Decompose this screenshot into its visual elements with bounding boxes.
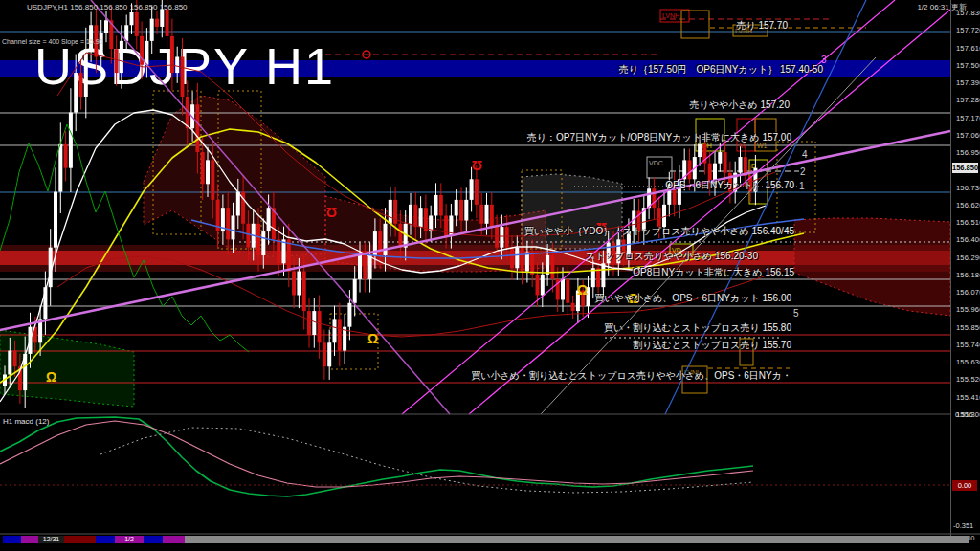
- candle-body: [434, 195, 438, 216]
- candle-body: [115, 49, 119, 73]
- candle-body: [479, 205, 483, 224]
- candle-body: [353, 279, 357, 303]
- candle-body: [521, 248, 524, 272]
- marker-box-label: W: [742, 342, 748, 348]
- bottom-u-marker: Ω: [596, 220, 607, 235]
- candle-body: [536, 275, 540, 296]
- bottom-u-marker: Ω: [326, 205, 337, 220]
- candle-body: [495, 227, 499, 248]
- candle-body: [135, 12, 139, 36]
- timeline-segment: [21, 536, 38, 543]
- candle-body: [475, 179, 479, 205]
- candle-body: [652, 188, 656, 208]
- chart-window: USDJPY H1LVNHLVNHVDHMW1VDCDVDWLVNLΩΩΩΩΩΩ…: [0, 0, 980, 551]
- price-axis-label: 157.280: [956, 96, 980, 104]
- candle-body: [622, 239, 626, 255]
- price-axis-label: 156.510: [956, 218, 980, 227]
- candle-body: [490, 205, 494, 227]
- candle-body: [566, 279, 569, 303]
- candle-body: [206, 160, 210, 184]
- candle-body: [688, 160, 692, 179]
- candle-body: [307, 311, 311, 335]
- candle-body: [500, 227, 503, 248]
- candle-body: [181, 56, 185, 96]
- price-axis-label: 155.410: [956, 393, 980, 402]
- price-axis-label: 156.950: [956, 148, 980, 157]
- candle-body: [201, 152, 205, 184]
- price-axis-label: 155.960: [956, 305, 980, 314]
- candle-body: [74, 73, 78, 113]
- price-axis-label: 157.610: [956, 44, 980, 53]
- price-axis-label: 157.170: [956, 114, 980, 122]
- channel-info-label: Channel size = 400 Slope = 15.96: [2, 38, 102, 45]
- candle-body: [505, 227, 509, 248]
- candle-body: [439, 195, 443, 216]
- omega-marker: Ω: [628, 291, 638, 306]
- candle-body: [100, 33, 103, 57]
- candle-body: [571, 303, 575, 311]
- candle-body: [389, 200, 392, 224]
- price-axis-label: 155.740: [956, 341, 980, 349]
- timeline-segment-12-31: 12/31: [38, 536, 64, 543]
- macd-axis-top: 0.516: [955, 410, 973, 419]
- timeline-segment: [64, 536, 96, 543]
- price-axis-label: 156.180: [956, 271, 980, 279]
- candle-body: [160, 10, 164, 27]
- candle-body: [226, 208, 230, 239]
- candle-body: [510, 248, 514, 269]
- symbol-ohlc-label: USDJPY,H1 156.850 156.850 156.850 156.85…: [27, 3, 188, 11]
- line-number-label: 1: [799, 181, 805, 191]
- ichimoku-cloud: [794, 218, 950, 316]
- macd-zero-badge: 0.00: [952, 480, 977, 491]
- candle-body: [739, 157, 743, 173]
- candle-body: [612, 243, 615, 264]
- omega-marker: Ω: [46, 369, 56, 385]
- candle-body: [120, 41, 123, 73]
- candle-body: [175, 56, 179, 73]
- line-number-label: 3: [821, 55, 827, 65]
- timeline-segment: [3, 536, 21, 543]
- candle-body: [409, 205, 412, 224]
- marker-box-label: W1: [757, 143, 768, 149]
- marker-box-label: VDC: [649, 160, 663, 166]
- omega-marker: Ω: [368, 331, 378, 346]
- candle-body: [541, 275, 545, 296]
- candle-body: [89, 25, 93, 49]
- price-axis-label: 155.850: [956, 323, 980, 332]
- bottom-u-marker: Ω: [472, 158, 482, 173]
- candle-body: [596, 268, 600, 287]
- macd-trend-line: [100, 428, 753, 493]
- price-axis-label: 157.720: [956, 26, 980, 34]
- candle-body: [170, 36, 174, 73]
- candle-body: [368, 255, 372, 279]
- candle-body: [333, 319, 337, 342]
- candle-body: [525, 253, 529, 272]
- candle-body: [419, 208, 423, 227]
- macd-axis-bottom: -0.351: [953, 521, 973, 530]
- price-axis[interactable]: 157.830157.720157.610157.500157.390157.2…: [951, 0, 980, 551]
- current-price-badge: 156.850: [952, 163, 978, 173]
- candle-body: [246, 224, 250, 248]
- candle-body: [79, 73, 83, 97]
- price-axis-label: 156.290: [956, 253, 980, 262]
- candle-body: [69, 113, 73, 168]
- timeline-segment: [144, 536, 163, 543]
- candle-body: [297, 272, 301, 296]
- candle-body: [455, 200, 458, 216]
- candle-body: [166, 10, 169, 36]
- candle-body: [287, 239, 291, 271]
- candle-body: [470, 179, 474, 200]
- candle-body: [58, 144, 62, 192]
- candle-body: [261, 231, 265, 255]
- candle-body: [358, 255, 362, 279]
- candle-body: [302, 272, 306, 312]
- candle-body: [698, 144, 702, 157]
- candle-body: [267, 208, 271, 231]
- candle-body: [195, 104, 199, 152]
- chart-canvas[interactable]: USDJPY H1LVNHLVNHVDHMW1VDCDVDWLVNLΩΩΩΩΩΩ…: [0, 0, 980, 551]
- candle-body: [616, 239, 620, 263]
- candle-body: [413, 205, 417, 227]
- line-number-label: 4: [802, 149, 808, 160]
- candle-body: [662, 205, 666, 227]
- indicator-label: H1 macd (12): [3, 417, 49, 426]
